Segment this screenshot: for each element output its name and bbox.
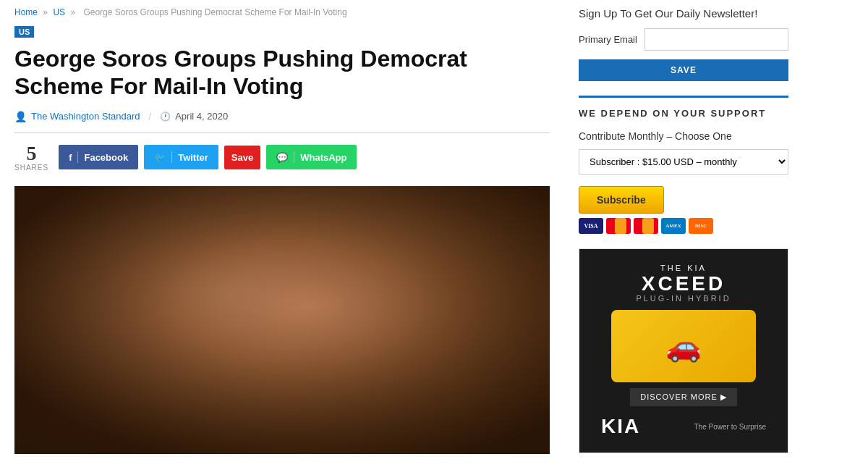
- ad-kia-logo: KIA: [601, 415, 640, 438]
- share-label: SHARES: [14, 164, 48, 172]
- ad-power-tagline: The Power to Surprise: [694, 423, 767, 431]
- email-label: Primary Email: [579, 34, 637, 45]
- ad-tagline: PLUG-IN HYBRID: [594, 294, 773, 303]
- ad-logo-row: KIA The Power to Surprise: [594, 415, 773, 438]
- subscribe-button[interactable]: Subscribe: [579, 186, 664, 214]
- ad-brand: THE KIA: [594, 264, 773, 272]
- contribute-section: Contribute Monthly – Choose One Subscrib…: [579, 130, 788, 175]
- share-count: 5 SHARES: [14, 143, 48, 172]
- article-photo: [14, 186, 550, 454]
- subscribe-btn-container: Subscribe VISA AMEX DISC: [579, 186, 788, 234]
- breadcrumb-article: George Soros Groups Pushing Democrat Sch…: [83, 7, 346, 17]
- discover-icon: DISC: [689, 218, 713, 234]
- author-icon: 👤: [14, 111, 27, 122]
- breadcrumb-sep2: »: [70, 7, 75, 17]
- breadcrumb-sep1: »: [43, 7, 48, 17]
- newsletter-row: Primary Email: [579, 28, 788, 51]
- visa-icon: VISA: [579, 218, 603, 234]
- email-input[interactable]: [644, 28, 788, 51]
- main-content: Home » US » George Soros Groups Pushing …: [14, 0, 564, 475]
- payment-icons: VISA AMEX DISC: [579, 218, 788, 234]
- contribute-select[interactable]: Subscriber : $15.00 USD – monthly: [579, 149, 788, 175]
- article-title: George Soros Groups Pushing Democrat Sch…: [14, 45, 550, 101]
- newsletter-title: Sign Up To Get Our Daily Newsletter!: [579, 7, 788, 20]
- article-image: [14, 186, 550, 454]
- newsletter-form: Primary Email SAVE: [579, 28, 788, 81]
- ad-car-image: 🚗: [611, 310, 756, 382]
- mastercard2-icon: [634, 218, 658, 234]
- save-share-button[interactable]: Save: [224, 146, 260, 169]
- support-title: WE DEPEND ON YOUR SUPPORT: [579, 108, 788, 119]
- twitter-share-button[interactable]: 🐦 Twitter: [144, 145, 218, 169]
- meta-divider: [14, 133, 550, 133]
- sidebar: Sign Up To Get Our Daily Newsletter! Pri…: [564, 0, 788, 475]
- whatsapp-icon: 💬: [276, 152, 288, 163]
- save-label: Save: [231, 152, 253, 163]
- meta-sep: /: [149, 111, 152, 122]
- article-date: April 4, 2020: [175, 111, 228, 122]
- twitter-label: Twitter: [178, 152, 208, 163]
- share-number: 5: [27, 143, 37, 164]
- author-link[interactable]: The Washington Standard: [31, 111, 140, 122]
- ad-banner[interactable]: THE KIA XCEED PLUG-IN HYBRID 🚗 DISCOVER …: [579, 248, 788, 453]
- fb-divider: [77, 151, 78, 163]
- ad-cta[interactable]: DISCOVER MORE ▶: [630, 388, 737, 406]
- article-meta: 👤 The Washington Standard / 🕐 April 4, 2…: [14, 111, 550, 122]
- breadcrumb-home[interactable]: Home: [14, 7, 38, 17]
- facebook-icon: f: [69, 152, 72, 163]
- ad-model: XCEED: [594, 274, 773, 294]
- twitter-icon: 🐦: [154, 152, 166, 163]
- whatsapp-share-button[interactable]: 💬 WhatsApp: [266, 145, 357, 169]
- breadcrumb-us[interactable]: US: [53, 7, 65, 17]
- support-section: WE DEPEND ON YOUR SUPPORT Contribute Mon…: [579, 96, 788, 234]
- amex-icon: AMEX: [661, 218, 686, 234]
- contribute-label: Contribute Monthly – Choose One: [579, 130, 788, 142]
- whatsapp-label: WhatsApp: [300, 152, 346, 163]
- facebook-label: Facebook: [84, 152, 128, 163]
- newsletter-save-button[interactable]: SAVE: [579, 59, 788, 81]
- share-bar: 5 SHARES f Facebook 🐦 Twitter Save 💬 Wha…: [14, 143, 550, 172]
- facebook-share-button[interactable]: f Facebook: [59, 145, 138, 169]
- mastercard-icon: [606, 218, 631, 234]
- breadcrumb: Home » US » George Soros Groups Pushing …: [14, 7, 550, 17]
- article-image-container: [14, 186, 550, 454]
- tw-divider: [171, 151, 172, 163]
- clock-icon: 🕐: [160, 112, 171, 122]
- category-badge[interactable]: US: [14, 26, 34, 38]
- newsletter-section: Sign Up To Get Our Daily Newsletter! Pri…: [579, 7, 788, 81]
- ad-inner: THE KIA XCEED PLUG-IN HYBRID 🚗 DISCOVER …: [579, 249, 788, 453]
- wa-divider: [294, 151, 294, 163]
